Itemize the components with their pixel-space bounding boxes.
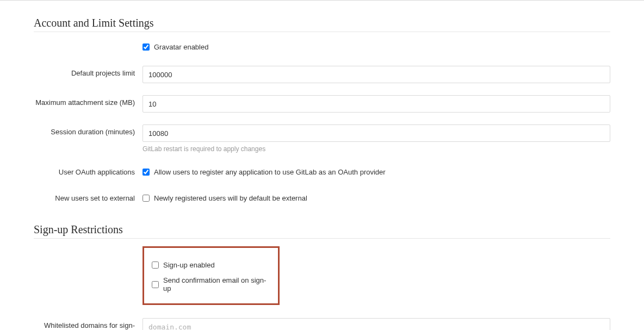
- section-signup-title: Sign-up Restrictions: [34, 223, 610, 236]
- whitelist-domains-textarea[interactable]: [143, 318, 610, 330]
- signup-enabled-checkbox[interactable]: [152, 261, 159, 269]
- highlight-box: Sign-up enabled Send confirmation email …: [143, 246, 280, 305]
- projects-limit-input[interactable]: [143, 66, 610, 83]
- divider: [34, 32, 610, 32]
- oauth-apps-checkbox-label: Allow users to register any application …: [154, 168, 386, 176]
- gravatar-label: Gravatar enabled: [154, 43, 208, 51]
- send-confirmation-label: Send confirmation email on sign-up: [163, 276, 270, 292]
- label-max-attachment: Maximum attachment size (MB): [34, 95, 143, 107]
- oauth-apps-checkbox[interactable]: [143, 169, 150, 176]
- label-whitelist-domains: Whitelisted domains for sign-ups: [34, 318, 143, 330]
- row-projects-limit: Default projects limit: [34, 66, 610, 83]
- label-projects-limit: Default projects limit: [34, 66, 143, 78]
- new-users-external-checkbox-label: Newly registered users will by default b…: [154, 194, 307, 202]
- label-oauth-apps: User OAuth applications: [34, 165, 143, 177]
- session-duration-input[interactable]: [143, 124, 610, 142]
- divider: [34, 238, 610, 239]
- row-max-attachment: Maximum attachment size (MB): [34, 95, 610, 113]
- label-empty: [34, 40, 143, 43]
- label-new-users-external: New users set to external: [34, 191, 143, 203]
- row-oauth-apps: User OAuth applications Allow users to r…: [34, 165, 610, 179]
- gravatar-checkbox[interactable]: [143, 43, 150, 51]
- label-empty: [34, 246, 143, 250]
- section-account-title: Account and Limit Settings: [34, 17, 610, 29]
- max-attachment-input[interactable]: [143, 95, 610, 113]
- label-session-duration: Session duration (minutes): [34, 124, 143, 136]
- send-confirmation-checkbox[interactable]: [152, 281, 159, 288]
- row-new-users-external: New users set to external Newly register…: [34, 191, 610, 205]
- signup-enabled-label: Sign-up enabled: [163, 261, 215, 269]
- session-duration-help: GitLab restart is required to apply chan…: [143, 145, 610, 153]
- row-gravatar: Gravatar enabled: [34, 40, 610, 54]
- new-users-external-checkbox[interactable]: [143, 195, 150, 202]
- row-session-duration: Session duration (minutes) GitLab restar…: [34, 124, 610, 153]
- row-whitelist-domains: Whitelisted domains for sign-ups: [34, 318, 610, 330]
- row-signup-options: Sign-up enabled Send confirmation email …: [34, 246, 610, 315]
